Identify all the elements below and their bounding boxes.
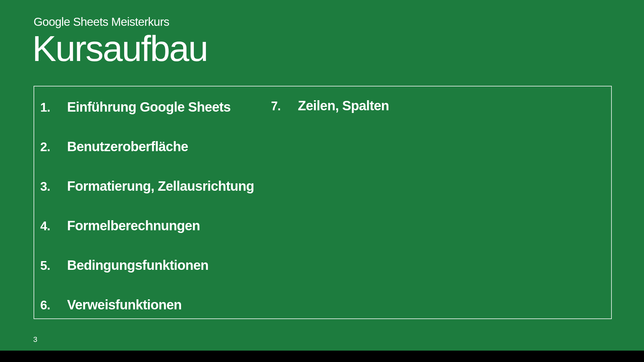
slide: Google Sheets Meisterkurs Kursaufbau 1. … [0, 0, 644, 351]
item-label: Benutzeroberfläche [67, 139, 188, 154]
slide-title: Kursaufbau [32, 27, 207, 69]
page-number: 3 [33, 335, 37, 344]
outline-item-7: 7. Zeilen, Spalten [271, 98, 389, 113]
outline-item-3: 3. Formatierung, Zellausrichtung [40, 179, 254, 194]
item-number: 6. [40, 298, 67, 312]
item-number: 1. [40, 101, 67, 115]
outline-item-5: 5. Bedingungsfunktionen [40, 258, 209, 273]
item-number: 4. [40, 219, 67, 233]
outline-item-1: 1. Einführung Google Sheets [40, 100, 231, 115]
item-label: Verweisfunktionen [67, 297, 182, 312]
item-number: 5. [40, 259, 67, 273]
bottom-bar [0, 351, 644, 362]
outline-item-6: 6. Verweisfunktionen [40, 297, 182, 312]
item-number: 2. [40, 140, 67, 154]
course-subtitle: Google Sheets Meisterkurs [34, 15, 169, 28]
item-label: Zeilen, Spalten [298, 98, 389, 113]
item-number: 7. [271, 99, 298, 113]
item-number: 3. [40, 180, 67, 194]
item-label: Bedingungsfunktionen [67, 258, 209, 273]
outline-item-4: 4. Formelberechnungen [40, 218, 200, 233]
item-label: Formelberechnungen [67, 218, 200, 233]
outline-item-2: 2. Benutzeroberfläche [40, 139, 188, 154]
item-label: Einführung Google Sheets [67, 100, 231, 115]
item-label: Formatierung, Zellausrichtung [67, 179, 254, 194]
content-frame [34, 86, 612, 319]
